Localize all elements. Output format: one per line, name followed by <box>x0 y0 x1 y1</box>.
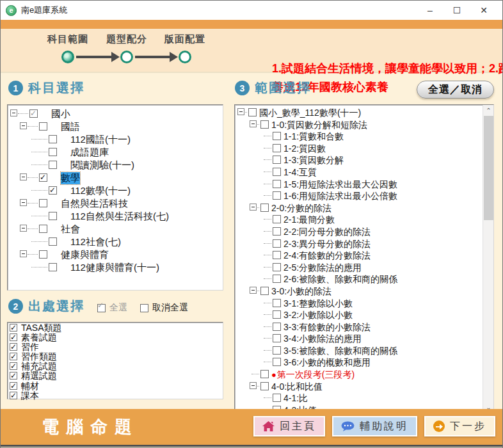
tree-item-label[interactable]: 112數學(十一) <box>70 185 131 197</box>
tree-expand-icon[interactable] <box>20 199 27 206</box>
deselect-all-checkbox[interactable]: 取消全選 <box>140 302 188 314</box>
tree-item-label[interactable]: 3-5:被除數、除數和商的關係 <box>283 346 397 357</box>
tree-checkbox[interactable] <box>273 180 281 188</box>
tree-expand-icon[interactable] <box>250 120 257 127</box>
step-label-1[interactable]: 科目範圍 <box>36 33 100 45</box>
tree-checkbox[interactable] <box>39 173 47 182</box>
tree-item-label[interactable]: 3-3:有餘數的小數除法 <box>283 322 371 333</box>
tree-item-label[interactable]: 3-1:整數除以小數 <box>283 298 353 310</box>
tree-checkbox[interactable] <box>273 263 281 271</box>
tree-checkbox[interactable] <box>273 299 281 307</box>
tree-checkbox[interactable] <box>49 186 57 195</box>
tree-item-label[interactable]: 2-4:有餘數的分數除法 <box>283 250 371 262</box>
tree-expand-icon[interactable] <box>250 287 257 294</box>
list-checkbox[interactable] <box>10 392 17 399</box>
tree-item-label[interactable]: 2-2:同分母分數的除法 <box>283 227 371 238</box>
tree-item-label[interactable]: 1-6:用短除法求出最小公倍數 <box>283 191 397 202</box>
tree-item-label[interactable]: 數學 <box>61 172 80 184</box>
list-item[interactable]: 課本 <box>8 391 223 401</box>
scroll-thumb[interactable] <box>484 116 493 220</box>
scrollbar[interactable]: ⌃ ⌄ <box>483 105 493 413</box>
tree-checkbox[interactable] <box>260 287 269 295</box>
tree-checkbox[interactable] <box>260 120 269 129</box>
list-item[interactable]: 輔材 <box>8 381 223 391</box>
next-step-button[interactable]: 下一步 <box>424 416 495 436</box>
select-all-checkbox[interactable]: 全選 <box>97 302 127 314</box>
step-circle-1[interactable] <box>61 51 74 63</box>
tree-item-label[interactable]: 健康與體育 <box>61 249 109 261</box>
tree-item-label[interactable]: 2-6:被除數、除數和商的關係 <box>283 274 397 285</box>
scroll-up-icon[interactable]: ⌃ <box>483 105 494 116</box>
tree-checkbox[interactable] <box>273 168 281 176</box>
select-all-box[interactable] <box>97 304 106 312</box>
tree-checkbox[interactable] <box>49 148 57 156</box>
tree-item-label[interactable]: 3-2:小數除以小數 <box>283 310 353 321</box>
tree-item-label[interactable]: 112國語(十一) <box>70 134 131 146</box>
minimize-icon[interactable]: – <box>417 1 443 20</box>
tree-checkbox[interactable] <box>39 199 47 207</box>
tree-expand-icon[interactable] <box>20 122 27 129</box>
tree-checkbox[interactable] <box>49 135 57 143</box>
tree-checkbox[interactable] <box>273 310 281 319</box>
tree-expand-icon[interactable] <box>250 382 257 389</box>
tree-item-label[interactable]: 112社會(七) <box>70 236 121 248</box>
tree-expand-icon[interactable] <box>20 250 27 257</box>
tree-item-label[interactable]: 3-4:小數除法的應用 <box>283 333 362 345</box>
tree-item-label[interactable]: 3-0:小數的除法 <box>271 286 331 298</box>
step-circle-2[interactable] <box>120 51 133 63</box>
step-label-3[interactable]: 版面配置 <box>153 33 217 45</box>
tree-expand-icon[interactable] <box>250 204 257 211</box>
tree-item-label[interactable]: ●第一次段考(三段考) <box>271 369 355 381</box>
list-checkbox[interactable] <box>10 324 17 332</box>
tree-item-label[interactable]: 4-1:比 <box>283 393 308 404</box>
tree-checkbox[interactable] <box>49 263 57 271</box>
tree-item-label[interactable]: 國語 <box>61 121 80 133</box>
tree-item-label[interactable]: 2-3:異分母分數的除法 <box>283 239 371 250</box>
tree-checkbox[interactable] <box>273 275 281 283</box>
list-checkbox[interactable] <box>10 362 17 370</box>
close-icon[interactable]: ✕ <box>470 1 497 20</box>
tree-checkbox[interactable] <box>248 108 257 116</box>
help-button[interactable]: 輔助說明 <box>332 416 417 436</box>
home-button[interactable]: 回主頁 <box>253 416 325 436</box>
tree-checkbox[interactable] <box>49 212 57 220</box>
tree-item-label[interactable]: 成語題庫 <box>70 147 109 159</box>
tree-checkbox[interactable] <box>39 122 47 131</box>
tree-checkbox[interactable] <box>260 370 269 378</box>
deselect-all-box[interactable] <box>140 304 148 312</box>
list-item[interactable]: 素養試題 <box>8 333 223 342</box>
tree-item-label[interactable]: 自然與生活科技 <box>61 198 128 210</box>
tree-checkbox[interactable] <box>260 204 269 212</box>
tree-item-label[interactable]: 國小_數學_112數學(十一) <box>259 108 361 119</box>
select-all-toggle-button[interactable]: 全選／取消 <box>417 81 494 99</box>
tree-checkbox[interactable] <box>273 227 281 236</box>
tree-checkbox[interactable] <box>39 250 47 259</box>
maximize-icon[interactable]: ☐ <box>443 1 470 20</box>
list-checkbox[interactable] <box>10 333 17 341</box>
tree-expand-icon[interactable] <box>20 225 27 232</box>
list-item[interactable]: 習作類題 <box>8 352 223 362</box>
tree-checkbox[interactable] <box>260 382 269 390</box>
tree-checkbox[interactable] <box>273 394 281 402</box>
tree-expand-icon[interactable] <box>10 109 17 116</box>
tree-checkbox[interactable] <box>273 239 281 248</box>
tree-checkbox[interactable] <box>49 161 57 169</box>
step-label-2[interactable]: 題型配分 <box>95 33 159 45</box>
tree-item-label[interactable]: 閱讀測驗(十一) <box>70 159 134 172</box>
tree-checkbox[interactable] <box>273 346 281 355</box>
tree-checkbox[interactable] <box>273 215 281 223</box>
tree-checkbox[interactable] <box>273 323 281 331</box>
tree-expand-icon[interactable] <box>20 173 27 180</box>
tree-checkbox[interactable] <box>273 191 281 200</box>
tree-item-label[interactable]: 112健康與體育(十一) <box>70 262 159 274</box>
step-circle-3[interactable] <box>179 51 191 63</box>
tree-item-label[interactable]: 1-4:互質 <box>283 167 317 179</box>
tree-item-label[interactable]: 4-0:比和比值 <box>271 381 323 393</box>
tree-checkbox[interactable] <box>273 132 281 140</box>
tree-item-label[interactable]: 社會 <box>61 223 80 236</box>
list-checkbox[interactable] <box>10 382 17 390</box>
tree-item-label[interactable]: 1-5:用短除法求出最大公因數 <box>283 179 397 191</box>
tree-item-label[interactable]: 2-5:分數除法的應用 <box>283 262 362 274</box>
tree-item-label[interactable]: 1-3:質因數分解 <box>283 155 344 166</box>
tree-checkbox[interactable] <box>273 358 281 366</box>
